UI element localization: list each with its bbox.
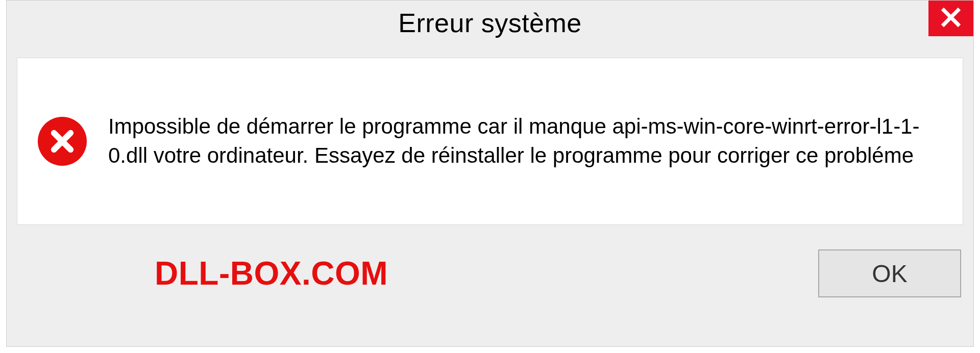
message-panel: Impossible de démarrer le programme car … xyxy=(17,58,963,225)
dialog-footer: DLL-BOX.COM OK xyxy=(17,225,963,297)
close-button[interactable] xyxy=(928,1,973,36)
error-message: Impossible de démarrer le programme car … xyxy=(108,112,948,170)
close-icon xyxy=(940,7,962,30)
error-icon-wrap xyxy=(38,117,87,166)
error-circle-x-icon xyxy=(38,117,87,166)
watermark-text: DLL-BOX.COM xyxy=(155,255,388,292)
titlebar: Erreur système xyxy=(7,1,973,58)
dialog-title: Erreur système xyxy=(398,8,582,38)
ok-button[interactable]: OK xyxy=(818,249,961,297)
ok-button-label: OK xyxy=(872,260,907,288)
error-dialog: Erreur système Impossible de démarrer le… xyxy=(6,0,974,347)
